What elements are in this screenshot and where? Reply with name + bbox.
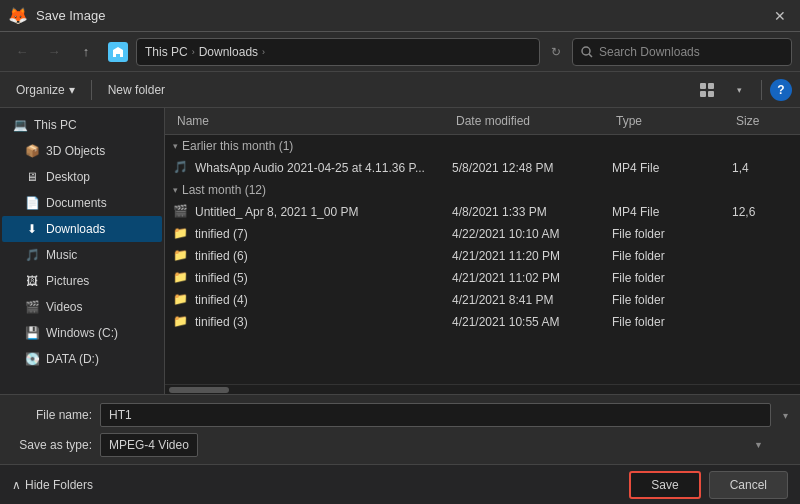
table-row[interactable]: 📁 tinified (4) 4/21/2021 8:41 PM File fo… bbox=[165, 289, 800, 311]
close-button[interactable]: ✕ bbox=[768, 4, 792, 28]
view-arrow: ▾ bbox=[737, 85, 742, 95]
file-date: 4/21/2021 8:41 PM bbox=[452, 293, 612, 307]
group-header-earlier[interactable]: ▾ Earlier this month (1) bbox=[165, 135, 800, 157]
sidebar-item-label: Desktop bbox=[46, 170, 90, 184]
svg-rect-3 bbox=[708, 83, 714, 89]
filename-row: File name: ▾ bbox=[12, 403, 788, 427]
group-chevron-earlier: ▾ bbox=[173, 141, 178, 151]
file-type: File folder bbox=[612, 315, 732, 329]
table-row[interactable]: 📁 tinified (5) 4/21/2021 11:02 PM File f… bbox=[165, 267, 800, 289]
sidebar-item-3d-objects[interactable]: 📦 3D Objects bbox=[2, 138, 162, 164]
file-date: 4/21/2021 11:02 PM bbox=[452, 271, 612, 285]
forward-button[interactable]: → bbox=[40, 38, 68, 66]
sidebar-item-this-pc[interactable]: 💻 This PC bbox=[2, 112, 162, 138]
file-type: File folder bbox=[612, 227, 732, 241]
sidebar-item-data-d[interactable]: 💽 DATA (D:) bbox=[2, 346, 162, 372]
sidebar-item-documents[interactable]: 📄 Documents bbox=[2, 190, 162, 216]
sidebar-item-label: Documents bbox=[46, 196, 107, 210]
group-label-last-month: Last month (12) bbox=[182, 183, 266, 197]
sidebar-item-label: DATA (D:) bbox=[46, 352, 99, 366]
file-name-text: Untitled_ Apr 8, 2021 1_00 PM bbox=[195, 205, 358, 219]
saveastype-row: Save as type: MPEG-4 Video ▾ bbox=[12, 433, 788, 457]
path-this-pc[interactable]: This PC bbox=[145, 45, 188, 59]
sidebar-item-downloads[interactable]: ⬇ Downloads bbox=[2, 216, 162, 242]
header-name[interactable]: Name bbox=[173, 112, 452, 130]
group-label-earlier: Earlier this month (1) bbox=[182, 139, 293, 153]
svg-rect-2 bbox=[700, 83, 706, 89]
search-box[interactable] bbox=[572, 38, 792, 66]
file-icon-whatsapp: 🎵 bbox=[173, 160, 189, 176]
table-row[interactable]: 🎬 Untitled_ Apr 8, 2021 1_00 PM 4/8/2021… bbox=[165, 201, 800, 223]
filename-dropdown-arrow[interactable]: ▾ bbox=[783, 410, 788, 421]
view-icon bbox=[699, 82, 715, 98]
sidebar-item-label: Windows (C:) bbox=[46, 326, 118, 340]
toolbar: Organize ▾ New folder ▾ ? bbox=[0, 72, 800, 108]
organize-chevron: ▾ bbox=[69, 83, 75, 97]
action-bar: ∧ Hide Folders Save Cancel bbox=[0, 464, 800, 504]
sidebar-item-music[interactable]: 🎵 Music bbox=[2, 242, 162, 268]
file-name-text: tinified (6) bbox=[195, 249, 248, 263]
file-date: 4/22/2021 10:10 AM bbox=[452, 227, 612, 241]
up-button[interactable]: ↑ bbox=[72, 38, 100, 66]
file-date: 4/21/2021 11:20 PM bbox=[452, 249, 612, 263]
file-name-text: tinified (4) bbox=[195, 293, 248, 307]
svg-line-1 bbox=[589, 54, 592, 57]
music-icon: 🎵 bbox=[24, 247, 40, 263]
downloads-icon: ⬇ bbox=[24, 221, 40, 237]
file-type: MP4 File bbox=[612, 205, 732, 219]
cancel-button[interactable]: Cancel bbox=[709, 471, 788, 499]
file-list: ▾ Earlier this month (1) 🎵 WhatsApp Audi… bbox=[165, 135, 800, 384]
scrollbar-thumb[interactable] bbox=[169, 387, 229, 393]
organize-button[interactable]: Organize ▾ bbox=[8, 79, 83, 101]
file-icon-untitled: 🎬 bbox=[173, 204, 189, 220]
file-name-text: tinified (7) bbox=[195, 227, 248, 241]
saveastype-select[interactable]: MPEG-4 Video bbox=[100, 433, 198, 457]
sidebar-item-pictures[interactable]: 🖼 Pictures bbox=[2, 268, 162, 294]
pictures-icon: 🖼 bbox=[24, 273, 40, 289]
view-toggle[interactable] bbox=[693, 76, 721, 104]
table-row[interactable]: 🎵 WhatsApp Audio 2021-04-25 at 4.11.36 P… bbox=[165, 157, 800, 179]
view-dropdown-button[interactable]: ▾ bbox=[725, 76, 753, 104]
sidebar-item-videos[interactable]: 🎬 Videos bbox=[2, 294, 162, 320]
save-button[interactable]: Save bbox=[629, 471, 700, 499]
toolbar-divider bbox=[91, 80, 92, 100]
address-bar[interactable]: This PC › Downloads › bbox=[136, 38, 540, 66]
this-pc-icon: 💻 bbox=[12, 117, 28, 133]
new-folder-button[interactable]: New folder bbox=[100, 79, 173, 101]
saveastype-wrapper: MPEG-4 Video bbox=[100, 433, 771, 457]
path-separator-2: › bbox=[262, 47, 265, 57]
search-input[interactable] bbox=[599, 45, 783, 59]
file-type: File folder bbox=[612, 249, 732, 263]
group-chevron-last-month: ▾ bbox=[173, 185, 178, 195]
documents-icon: 📄 bbox=[24, 195, 40, 211]
table-row[interactable]: 📁 tinified (3) 4/21/2021 10:55 AM File f… bbox=[165, 311, 800, 333]
file-name-text: WhatsApp Audio 2021-04-25 at 4.11.36 P..… bbox=[195, 161, 425, 175]
table-row[interactable]: 📁 tinified (7) 4/22/2021 10:10 AM File f… bbox=[165, 223, 800, 245]
app-icon: 🦊 bbox=[8, 6, 28, 25]
help-button[interactable]: ? bbox=[770, 79, 792, 101]
header-date-modified[interactable]: Date modified bbox=[452, 112, 612, 130]
organize-label: Organize bbox=[16, 83, 65, 97]
main-content: 💻 This PC 📦 3D Objects 🖥 Desktop 📄 Docum… bbox=[0, 108, 800, 394]
folder-icon-tinified7: 📁 bbox=[173, 226, 189, 242]
sidebar-item-windows-c[interactable]: 💾 Windows (C:) bbox=[2, 320, 162, 346]
bottom-form: File name: ▾ Save as type: MPEG-4 Video … bbox=[0, 394, 800, 464]
refresh-button[interactable]: ↻ bbox=[544, 40, 568, 64]
hide-folders-button[interactable]: ∧ Hide Folders bbox=[12, 478, 93, 492]
file-name-text: tinified (5) bbox=[195, 271, 248, 285]
group-header-last-month[interactable]: ▾ Last month (12) bbox=[165, 179, 800, 201]
sidebar-item-label: Videos bbox=[46, 300, 82, 314]
table-row[interactable]: 📁 tinified (6) 4/21/2021 11:20 PM File f… bbox=[165, 245, 800, 267]
file-type: File folder bbox=[612, 293, 732, 307]
filename-input[interactable] bbox=[100, 403, 771, 427]
file-size: 12,6 bbox=[732, 205, 792, 219]
sidebar-item-label: Downloads bbox=[46, 222, 105, 236]
file-size: 1,4 bbox=[732, 161, 792, 175]
location-icon bbox=[108, 42, 128, 62]
horizontal-scrollbar[interactable] bbox=[165, 384, 800, 394]
header-size[interactable]: Size bbox=[732, 112, 792, 130]
path-downloads[interactable]: Downloads bbox=[199, 45, 258, 59]
back-button[interactable]: ← bbox=[8, 38, 36, 66]
header-type[interactable]: Type bbox=[612, 112, 732, 130]
sidebar-item-desktop[interactable]: 🖥 Desktop bbox=[2, 164, 162, 190]
